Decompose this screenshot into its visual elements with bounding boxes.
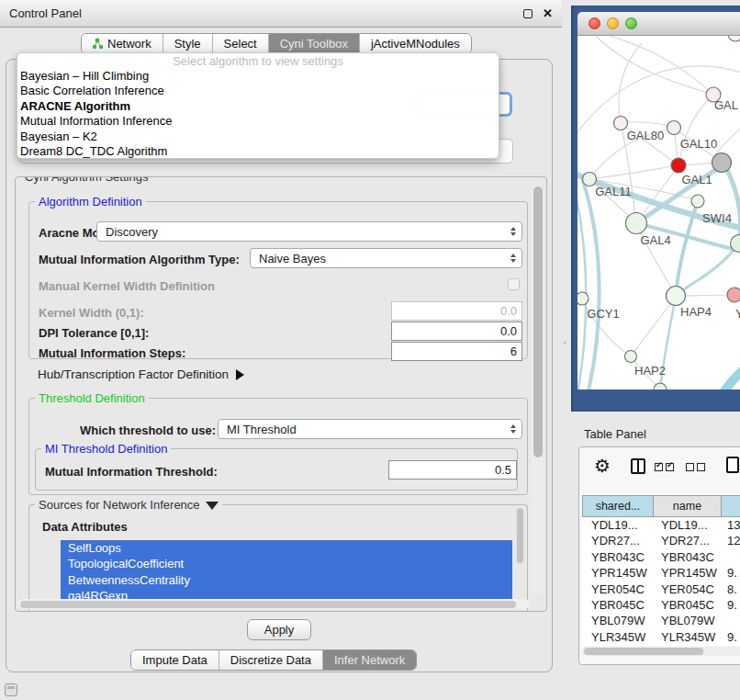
which-threshold-combobox[interactable]: MI Threshold <box>218 419 522 439</box>
table-row[interactable]: YER054CYER054C8. <box>582 581 740 597</box>
spinner-icon <box>510 424 516 434</box>
mac-minimize-icon[interactable] <box>607 17 619 29</box>
sources-group: Sources for Network Inference Data Attri… <box>28 504 528 612</box>
gear-icon[interactable]: ⚙ <box>594 455 611 477</box>
node-label: GAL11 <box>595 185 632 198</box>
mac-close-icon[interactable] <box>589 17 600 29</box>
tab-impute-data[interactable]: Impute Data <box>131 650 219 670</box>
table-cell: YPR145W <box>652 565 722 581</box>
select-all-icon[interactable] <box>655 463 674 471</box>
mi-threshold-label: Mutual Information Threshold: <box>45 465 218 479</box>
algorithm-option[interactable]: Basic Correlation Inference <box>17 84 499 98</box>
tab-discretize-data[interactable]: Discretize Data <box>219 650 323 670</box>
table-row[interactable]: YDR27...YDR27...12 <box>582 533 740 548</box>
manual-kernel-checkbox[interactable] <box>508 278 520 290</box>
attribute-list-item[interactable]: BetweennessCentrality <box>61 572 512 588</box>
table-row[interactable]: YIL052CYIL052C9. <box>582 645 740 646</box>
tab-label: jActiveMNodules <box>371 37 460 51</box>
table-row[interactable]: YBL079WYBL079W <box>582 613 740 628</box>
algorithm-option[interactable]: Bayesian – K2 <box>17 130 499 144</box>
control-panel: Control Panel ✕ NetworkStyleSelectCyni T… <box>0 0 562 677</box>
aracne-mode-combobox[interactable]: Discovery <box>96 221 522 242</box>
network-node-gal10[interactable] <box>667 121 681 135</box>
algorithm-option[interactable]: Bayesian – Hill Climbing <box>17 69 499 84</box>
column-header[interactable] <box>722 495 740 517</box>
tab-label: Network <box>107 37 151 51</box>
tab-network[interactable]: Network <box>82 34 163 53</box>
deselect-all-icon[interactable] <box>686 463 705 471</box>
column-header[interactable]: shared... <box>582 495 654 517</box>
mi-steps-field[interactable]: 6 <box>391 342 522 361</box>
node-label: GAL10 <box>680 137 717 151</box>
dropdown-prompt: Select algorithm to view settings <box>17 54 499 69</box>
table-cell: YBR045C <box>582 597 652 613</box>
kernel-width-field[interactable]: 0.0 <box>391 301 522 321</box>
network-node-gal1[interactable] <box>671 158 686 173</box>
attribute-list-item[interactable]: TopologicalCoefficient <box>61 556 512 571</box>
algorithm-option[interactable]: Dream8 DC_TDC Algorithm <box>17 144 499 159</box>
document-icon[interactable] <box>726 457 739 473</box>
dpi-tolerance-field[interactable]: 0.0 <box>391 322 522 341</box>
split-columns-icon[interactable] <box>631 458 645 474</box>
settings-horizontal-scrollbar[interactable] <box>18 599 530 609</box>
control-panel-tabs: NetworkStyleSelectCyni ToolboxjActiveMNo… <box>81 33 472 54</box>
table-row[interactable]: YDL19...YDL19...13 <box>582 517 740 533</box>
float-window-icon[interactable] <box>523 9 533 18</box>
tab-jactivemnodules[interactable]: jActiveMNodules <box>360 34 471 53</box>
network-node-gal80[interactable] <box>614 117 628 130</box>
attribute-list-item[interactable]: SelfLoops <box>61 540 512 556</box>
settings-group-title: Cyni Algorithm Settings <box>21 176 151 184</box>
algorithm-option[interactable]: Mutual Information Inference <box>17 114 499 129</box>
table-row[interactable]: YLR345WYLR345W9. <box>582 629 740 645</box>
dpi-tolerance-label: DPI Tolerance [0,1]: <box>39 326 149 340</box>
expanded-arrow-icon <box>206 502 219 510</box>
table-horizontal-scrollbar[interactable] <box>582 647 740 656</box>
mi-type-combobox[interactable]: Naive Bayes <box>250 248 522 268</box>
tab-cyni-toolbox[interactable]: Cyni Toolbox <box>269 34 360 53</box>
table-row[interactable]: YPR145WYPR145W9. <box>582 565 740 581</box>
mi-type-value: Naive Bayes <box>259 252 326 265</box>
data-attributes-label: Data Attributes <box>42 520 128 534</box>
network-window-titlebar[interactable] <box>577 12 740 36</box>
table-row[interactable]: YBR043CYBR043C <box>582 549 740 565</box>
minimized-panel-icon[interactable] <box>5 683 17 696</box>
network-node-hap2[interactable] <box>625 351 637 363</box>
mi-threshold-field[interactable]: 0.5 <box>388 460 517 480</box>
column-header[interactable]: name <box>654 495 722 517</box>
table-cell: YIL052C <box>652 645 722 646</box>
attributes-scrollbar[interactable] <box>516 507 524 566</box>
cyni-bottom-tabs: Impute DataDiscretize DataInfer Network <box>130 649 417 671</box>
network-node-hap4[interactable] <box>667 287 686 306</box>
close-icon[interactable]: ✕ <box>543 9 553 18</box>
network-node-y[interactable] <box>727 288 740 302</box>
spinner-icon <box>510 227 516 236</box>
network-node-swi4[interactable] <box>691 195 704 208</box>
table-cell: YLR345W <box>582 629 652 645</box>
node-label: GAL <box>714 98 738 112</box>
tab-select[interactable]: Select <box>213 34 269 53</box>
manual-kernel-label: Manual Kernel Width Definition <box>39 279 215 293</box>
tab-style[interactable]: Style <box>163 34 213 53</box>
mac-zoom-icon[interactable] <box>625 17 637 29</box>
sources-group-title[interactable]: Sources for Network Inference <box>35 498 222 512</box>
table-cell: 8. <box>722 581 740 597</box>
network-node[interactable] <box>728 36 740 41</box>
algorithm-option[interactable]: ARACNE Algorithm <box>17 99 499 114</box>
settings-vertical-scrollbar[interactable] <box>532 185 544 595</box>
table-cell: YDL19... <box>582 517 652 533</box>
tab-infer-network[interactable]: Infer Network <box>323 650 416 670</box>
data-attributes-list[interactable]: SelfLoopsTopologicalCoefficientBetweenne… <box>61 540 512 604</box>
network-node-gal4[interactable] <box>626 213 647 234</box>
panel-splitter-handle[interactable]: ‹ <box>564 338 568 346</box>
hub-definition-toggle[interactable]: Hub/Transcription Factor Definition <box>38 367 244 381</box>
network-tree-icon <box>93 38 103 50</box>
tab-label: Select <box>224 37 257 51</box>
mi-steps-value: 6 <box>510 344 517 358</box>
network-node[interactable] <box>712 153 732 173</box>
network-node-gcy1[interactable] <box>577 292 589 305</box>
network-canvas[interactable]: GALGAL80GAL10GAL1GAL11SWI4GAL4GCY1HAP4YH… <box>577 36 740 390</box>
node-label: GAL1 <box>681 173 712 186</box>
table-cell: YLR345W <box>652 629 722 645</box>
apply-button[interactable]: Apply <box>247 619 311 640</box>
table-row[interactable]: YBR045CYBR045C9. <box>582 597 740 613</box>
